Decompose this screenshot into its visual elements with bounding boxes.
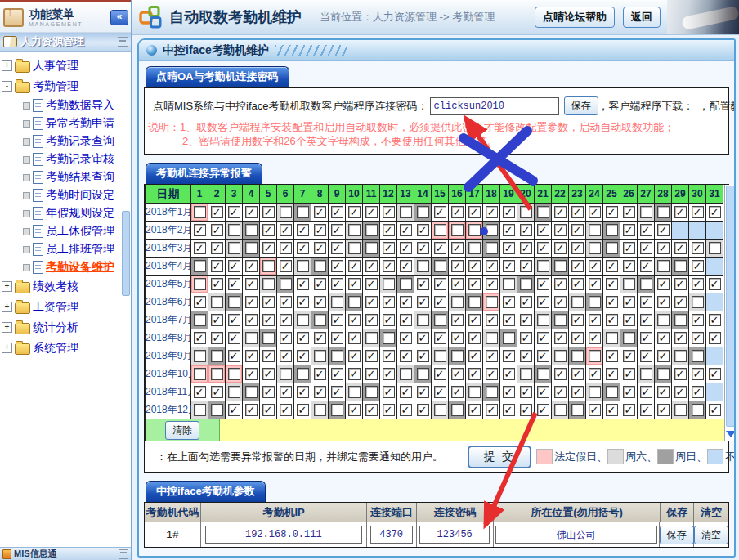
day-checkbox[interactable]: ✓: [468, 332, 481, 344]
day-cell[interactable]: ✓: [432, 329, 449, 347]
day-cell[interactable]: [603, 240, 620, 258]
day-cell[interactable]: ✓: [311, 383, 329, 401]
day-cell[interactable]: ✓: [672, 383, 689, 401]
day-cell[interactable]: [517, 204, 535, 222]
day-checkbox[interactable]: ✓: [451, 332, 464, 344]
day-checkbox[interactable]: ✓: [623, 368, 635, 380]
day-checkbox[interactable]: ✓: [486, 368, 498, 380]
day-checkbox[interactable]: ✓: [657, 224, 670, 236]
day-cell[interactable]: [346, 240, 363, 258]
day-checkbox[interactable]: ✓: [623, 296, 635, 308]
day-cell[interactable]: [655, 204, 672, 222]
day-cell[interactable]: ✓: [329, 311, 346, 329]
day-checkbox[interactable]: ✓: [692, 386, 704, 398]
day-checkbox[interactable]: [348, 224, 361, 236]
day-cell[interactable]: ✓: [226, 258, 243, 276]
day-cell[interactable]: ✓: [311, 204, 329, 222]
day-cell[interactable]: ✓: [414, 329, 432, 347]
day-checkbox[interactable]: ✓: [468, 260, 481, 272]
day-checkbox[interactable]: ✓: [571, 224, 584, 236]
day-checkbox[interactable]: ✓: [709, 278, 721, 290]
day-checkbox[interactable]: [194, 404, 206, 416]
day-cell[interactable]: ✓: [346, 365, 363, 383]
day-cell[interactable]: ✓: [208, 258, 226, 276]
day-cell[interactable]: ✓: [191, 293, 208, 311]
day-cell[interactable]: [552, 347, 569, 365]
day-cell[interactable]: [260, 329, 277, 347]
day-checkbox[interactable]: [245, 386, 258, 398]
day-checkbox[interactable]: ✓: [314, 332, 326, 344]
day-cell[interactable]: [689, 347, 706, 365]
tab-connection-alarm[interactable]: 考勤机连接异常报警: [146, 163, 262, 184]
day-checkbox[interactable]: ✓: [520, 350, 532, 362]
sidebar-folder-label[interactable]: 人事管理: [33, 59, 78, 74]
day-cell[interactable]: [552, 311, 569, 329]
day-cell[interactable]: ✓: [260, 401, 277, 419]
day-checkbox[interactable]: [365, 386, 378, 398]
day-checkbox[interactable]: ✓: [331, 386, 343, 398]
day-checkbox[interactable]: ✓: [623, 206, 635, 218]
day-cell[interactable]: ✓: [672, 204, 689, 222]
day-checkbox[interactable]: [554, 260, 567, 272]
day-checkbox[interactable]: [554, 314, 567, 326]
day-checkbox[interactable]: ✓: [383, 386, 395, 398]
day-checkbox[interactable]: [280, 368, 292, 380]
day-cell[interactable]: ✓: [466, 258, 483, 276]
day-checkbox[interactable]: ✓: [331, 224, 343, 236]
day-checkbox[interactable]: ✓: [451, 242, 464, 254]
day-cell[interactable]: ✓: [397, 293, 414, 311]
day-checkbox[interactable]: [348, 242, 361, 254]
day-checkbox[interactable]: [520, 278, 532, 290]
day-checkbox[interactable]: ✓: [280, 260, 292, 272]
day-checkbox[interactable]: [383, 332, 395, 344]
day-cell[interactable]: ✓: [603, 347, 620, 365]
day-checkbox[interactable]: ✓: [692, 314, 704, 326]
day-checkbox[interactable]: ✓: [486, 206, 498, 218]
day-cell[interactable]: [638, 365, 655, 383]
day-cell[interactable]: ✓: [346, 204, 363, 222]
day-cell[interactable]: ✓: [603, 293, 620, 311]
day-cell[interactable]: ✓: [620, 240, 638, 258]
expander-icon[interactable]: +: [2, 302, 12, 312]
day-checkbox[interactable]: ✓: [228, 314, 240, 326]
day-cell[interactable]: [363, 240, 380, 258]
day-checkbox[interactable]: [589, 386, 601, 398]
day-cell[interactable]: ✓: [449, 204, 466, 222]
day-cell[interactable]: [603, 383, 620, 401]
day-checkbox[interactable]: ✓: [468, 404, 481, 416]
day-checkbox[interactable]: [623, 278, 635, 290]
calendar-scrollbar[interactable]: [724, 185, 736, 441]
day-checkbox[interactable]: ✓: [262, 224, 275, 236]
day-cell[interactable]: [449, 401, 466, 419]
day-checkbox[interactable]: ✓: [589, 278, 601, 290]
day-checkbox[interactable]: ✓: [674, 278, 687, 290]
day-cell[interactable]: ✓: [689, 383, 706, 401]
day-cell[interactable]: [500, 329, 517, 347]
day-checkbox[interactable]: ✓: [434, 296, 446, 308]
day-cell[interactable]: ✓: [655, 293, 672, 311]
day-cell[interactable]: [655, 311, 672, 329]
day-cell[interactable]: ✓: [500, 311, 517, 329]
day-cell[interactable]: ✓: [466, 276, 483, 293]
day-cell[interactable]: [243, 383, 260, 401]
day-cell[interactable]: ✓: [689, 240, 706, 258]
sidebar-folder[interactable]: +系统管理: [2, 338, 131, 358]
day-cell[interactable]: ✓: [260, 365, 277, 383]
day-cell[interactable]: [569, 347, 586, 365]
day-checkbox[interactable]: ✓: [280, 296, 292, 308]
day-cell[interactable]: ✓: [620, 347, 638, 365]
day-cell[interactable]: ✓: [329, 240, 346, 258]
day-checkbox[interactable]: ✓: [571, 314, 584, 326]
day-cell[interactable]: ✓: [397, 329, 414, 347]
day-checkbox[interactable]: ✓: [606, 278, 618, 290]
day-cell[interactable]: ✓: [363, 365, 380, 383]
day-cell[interactable]: ✓: [535, 240, 552, 258]
day-cell[interactable]: [346, 383, 363, 401]
day-cell[interactable]: ✓: [277, 293, 294, 311]
day-checkbox[interactable]: ✓: [537, 404, 549, 416]
day-cell[interactable]: ✓: [397, 347, 414, 365]
day-checkbox[interactable]: [537, 260, 549, 272]
day-cell[interactable]: [397, 365, 414, 383]
day-checkbox[interactable]: ✓: [245, 260, 258, 272]
day-cell[interactable]: [586, 293, 603, 311]
